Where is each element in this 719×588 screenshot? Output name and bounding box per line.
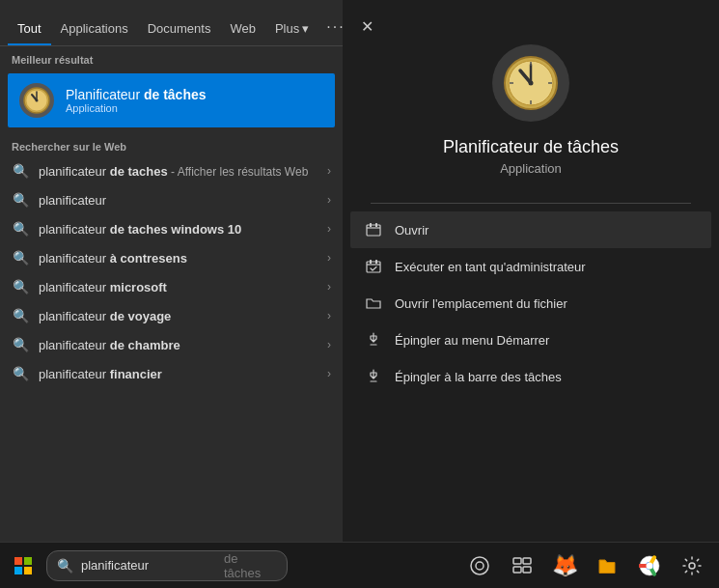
search-icon: 🔍 (12, 221, 29, 237)
search-icon: 🔍 (57, 558, 73, 574)
admin-icon (364, 257, 383, 276)
best-result-text: Planificateur de tâches Application (66, 87, 207, 114)
action-open-label: Ouvrir (395, 223, 429, 238)
svg-point-32 (689, 563, 695, 569)
best-result-item[interactable]: Planificateur de tâches Application (8, 73, 335, 127)
tab-applications[interactable]: Applications (51, 8, 138, 45)
svg-rect-28 (513, 567, 521, 573)
action-open[interactable]: Ouvrir (350, 211, 711, 248)
svg-point-24 (471, 557, 488, 574)
action-admin-label: Exécuter en tant qu'administrateur (395, 260, 586, 274)
search-overlay: Tout Applications Documents Web Plus ▾ ·… (0, 0, 719, 542)
start-button[interactable] (0, 543, 46, 589)
right-controls (343, 0, 719, 15)
app-preview: Planificateur de tâches Application (424, 15, 638, 195)
web-search-label: Rechercher sur le Web (0, 131, 343, 156)
chevron-down-icon: ▾ (302, 21, 309, 36)
svg-rect-23 (24, 567, 32, 574)
chevron-right-icon: › (327, 251, 331, 265)
result-item-5[interactable]: 🔍 planificateur de chambre › (0, 330, 343, 359)
taskbar: 🔍 de tâches 🦊 (0, 542, 719, 588)
search-icon: 🔍 (12, 163, 29, 179)
firefox-icon[interactable]: 🦊 (545, 546, 584, 585)
file-explorer-icon[interactable] (588, 546, 626, 585)
app-subtitle: Application (500, 161, 562, 176)
chevron-right-icon: › (327, 222, 331, 236)
chevron-right-icon: › (327, 280, 331, 294)
svg-rect-26 (513, 558, 521, 564)
close-button[interactable]: ✕ (353, 4, 381, 45)
right-panel: Planificateur de tâches Application Ouvr… (343, 0, 719, 542)
left-panel: Tout Applications Documents Web Plus ▾ ·… (0, 0, 343, 542)
tab-tout[interactable]: Tout (8, 8, 51, 45)
best-result-subtitle: Application (66, 102, 207, 114)
taskbar-search-box[interactable]: 🔍 de tâches (46, 550, 288, 581)
svg-rect-21 (24, 557, 32, 565)
result-item-6[interactable]: 🔍 planificateur financier › (0, 359, 343, 388)
taskbar-icons: 🦊 (460, 546, 719, 585)
action-admin[interactable]: Exécuter en tant qu'administrateur (350, 248, 711, 285)
svg-rect-16 (375, 223, 377, 227)
chrome-icon[interactable] (630, 546, 669, 585)
svg-rect-17 (367, 262, 380, 272)
app-icon-large (492, 44, 569, 122)
task-view-button[interactable] (460, 546, 499, 585)
best-result-title: Planificateur de tâches (66, 87, 207, 102)
action-pin-start-label: Épingler au menu Démarrer (395, 333, 549, 348)
svg-point-31 (647, 562, 653, 569)
chevron-right-icon: › (327, 193, 331, 207)
chevron-right-icon: › (327, 367, 331, 380)
chevron-right-icon: › (327, 164, 331, 178)
web-result-item[interactable]: 🔍 planificateur de taches - Afficher les… (0, 156, 343, 185)
open-icon (364, 220, 383, 239)
svg-rect-22 (14, 567, 22, 574)
search-icon: 🔍 (12, 308, 29, 323)
folder-icon (364, 294, 383, 313)
search-icon: 🔍 (12, 192, 29, 208)
search-icon: 🔍 (12, 366, 29, 381)
tabs-bar: Tout Applications Documents Web Plus ▾ ·… (0, 0, 343, 46)
app-title: Planificateur de tâches (443, 137, 619, 157)
divider (371, 203, 691, 204)
chevron-right-icon: › (327, 309, 331, 322)
action-pin-start[interactable]: Épingler au menu Démarrer (350, 322, 711, 358)
action-pin-taskbar-label: Épingler à la barre des tâches (395, 370, 562, 384)
svg-rect-18 (370, 260, 372, 264)
action-pin-taskbar[interactable]: Épingler à la barre des tâches (350, 358, 711, 395)
search-placeholder: de tâches (224, 551, 277, 580)
search-icon: 🔍 (12, 337, 29, 352)
svg-rect-19 (375, 260, 377, 264)
svg-rect-20 (14, 557, 22, 565)
web-result-text: planificateur de taches - Afficher les r… (39, 164, 318, 179)
chevron-right-icon: › (327, 338, 331, 351)
tab-web[interactable]: Web (220, 8, 265, 45)
result-item-2[interactable]: 🔍 planificateur à contresens › (0, 243, 343, 272)
best-result-label: Meilleur résultat (0, 46, 343, 70)
result-item-1[interactable]: 🔍 planificateur de taches windows 10 › (0, 214, 343, 243)
more-options-button[interactable]: ··· (318, 5, 352, 45)
svg-point-25 (476, 562, 484, 570)
search-icon: 🔍 (12, 279, 29, 294)
svg-rect-14 (367, 225, 380, 236)
result-item-3[interactable]: 🔍 planificateur microsoft › (0, 272, 343, 301)
search-input[interactable] (81, 558, 216, 573)
tab-plus[interactable]: Plus ▾ (265, 8, 318, 45)
action-folder-label: Ouvrir l'emplacement du fichier (395, 296, 567, 311)
pin-taskbar-icon (364, 367, 383, 386)
result-item-4[interactable]: 🔍 planificateur de voyage › (0, 301, 343, 330)
actions-list: Ouvrir Exécuter en tant qu'administrateu… (343, 211, 719, 395)
svg-rect-15 (370, 223, 372, 227)
tab-documents[interactable]: Documents (138, 8, 221, 45)
settings-icon[interactable] (673, 546, 711, 585)
best-result-app-icon (19, 83, 54, 118)
action-folder[interactable]: Ouvrir l'emplacement du fichier (350, 285, 711, 322)
search-icon: 🔍 (12, 250, 29, 266)
svg-rect-29 (523, 567, 531, 573)
svg-rect-27 (523, 558, 531, 564)
result-item-0[interactable]: 🔍 planificateur › (0, 185, 343, 214)
virtual-desktop-button[interactable] (503, 546, 541, 585)
pin-start-icon (364, 330, 383, 350)
